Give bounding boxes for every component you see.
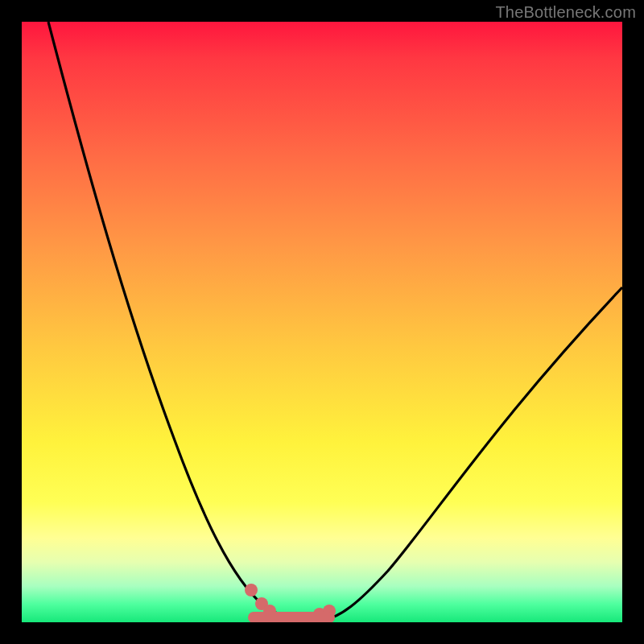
watermark-label: TheBottleneck.com: [495, 3, 636, 22]
gradient-plot-area: [22, 22, 622, 622]
